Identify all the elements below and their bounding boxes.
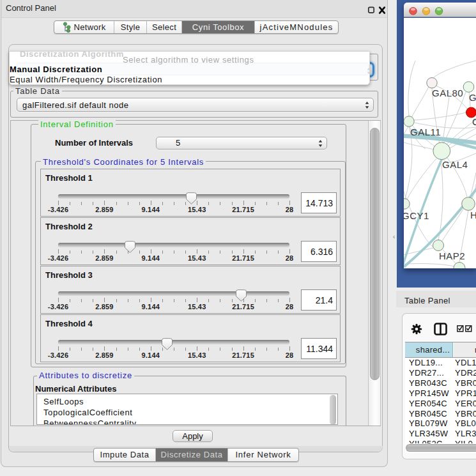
svg-text:C: C: [472, 116, 476, 127]
svg-text:GCY1: GCY1: [404, 210, 429, 221]
svg-text:GAL4: GAL4: [442, 159, 468, 170]
svg-text:GAL80: GAL80: [432, 88, 463, 98]
svg-text:GAL11: GAL11: [410, 127, 441, 137]
svg-text:G.: G.: [469, 92, 476, 103]
svg-text:H: H: [470, 210, 476, 220]
svg-text:HAP2: HAP2: [439, 250, 465, 261]
